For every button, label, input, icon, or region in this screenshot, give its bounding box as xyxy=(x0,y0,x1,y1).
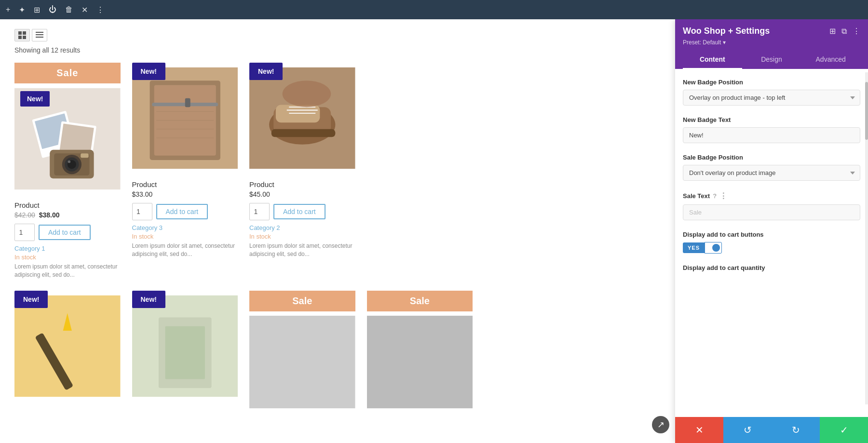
svg-rect-1 xyxy=(23,31,26,35)
toolbar-close-icon[interactable]: ✕ xyxy=(81,5,88,14)
sale-banner-7: Sale xyxy=(367,291,473,311)
qty-input-1[interactable] xyxy=(14,224,35,241)
svg-rect-42 xyxy=(165,326,204,379)
panel-tabs: Content Design Advanced xyxy=(683,51,860,69)
display-add-to-cart-label: Display add to cart buttons xyxy=(683,231,860,238)
svg-rect-5 xyxy=(36,34,43,35)
scrollbar-thumb[interactable] xyxy=(865,82,868,140)
grid-view-button[interactable] xyxy=(14,29,30,41)
product-card-1: Sale New! xyxy=(14,63,121,279)
new-badge-text-group: New Badge Text xyxy=(683,116,860,143)
new-badge-4: New! xyxy=(14,291,48,308)
product-image-wrap-4: New! xyxy=(14,291,121,403)
display-add-to-cart-toggle[interactable]: YES xyxy=(683,242,860,254)
list-view-button[interactable] xyxy=(32,29,47,41)
price-wrap-2: $33.00 xyxy=(132,190,238,198)
floating-icon: ↗ xyxy=(657,419,665,430)
sale-text-label: Sale Text ? ⋮ xyxy=(683,191,860,201)
product-title-1: Product xyxy=(14,201,121,209)
tab-content[interactable]: Content xyxy=(683,51,742,69)
price-wrap-1: $42.00 $38.00 xyxy=(14,211,121,219)
product-card-3: New! Product xyxy=(249,63,355,279)
toolbar-more-icon[interactable]: ⋮ xyxy=(96,5,104,14)
add-to-cart-button-3[interactable]: Add to cart xyxy=(273,204,326,219)
sale-badge-position-select[interactable]: Don't overlay on product image Overlay o… xyxy=(683,165,860,181)
tab-advanced[interactable]: Advanced xyxy=(801,51,860,69)
toolbar-power-icon[interactable]: ⏻ xyxy=(49,5,56,14)
product-desc-2: Lorem ipsum dolor sit amet, consectetur … xyxy=(132,242,238,258)
toolbar-delete-icon[interactable]: 🗑 xyxy=(65,5,73,14)
panel-preset[interactable]: Preset: Default xyxy=(683,39,860,46)
toolbar-add-icon[interactable]: + xyxy=(6,5,10,14)
panel-icon-split[interactable]: ⧉ xyxy=(841,27,847,36)
price-new-1: $38.00 xyxy=(39,211,60,219)
new-badge-3: New! xyxy=(249,63,283,80)
svg-rect-2 xyxy=(18,36,22,39)
panel-actions: ✕ ↺ ↻ ✓ xyxy=(675,417,868,443)
new-badge-position-label: New Badge Position xyxy=(683,79,860,86)
svg-rect-0 xyxy=(18,31,22,35)
svg-rect-23 xyxy=(185,98,190,107)
stock-status-1: In stock xyxy=(14,254,121,261)
toolbar-layout-icon[interactable]: ⊞ xyxy=(34,5,40,14)
add-to-cart-button-2[interactable]: Add to cart xyxy=(156,204,208,219)
product-title-2: Product xyxy=(132,180,238,188)
tab-design[interactable]: Design xyxy=(742,51,801,69)
svg-rect-43 xyxy=(249,316,355,408)
stock-status-3: In stock xyxy=(249,233,355,240)
toggle-thumb[interactable] xyxy=(705,242,722,254)
sale-text-more-icon[interactable]: ⋮ xyxy=(719,191,727,201)
product-card-5: New! xyxy=(132,291,238,415)
panel-icon-screenshot[interactable]: ⊞ xyxy=(829,27,836,36)
category-link-1[interactable]: Category 1 xyxy=(14,245,121,252)
qty-input-2[interactable] xyxy=(132,203,152,220)
product-card-6: Sale xyxy=(249,291,355,415)
scrollbar-track[interactable] xyxy=(865,72,868,404)
product-card-7: Sale xyxy=(367,291,473,415)
panel-header: Woo Shop + Settings ⊞ ⧉ ⋮ Preset: Defaul… xyxy=(675,19,868,69)
product-image-6 xyxy=(249,311,355,413)
sale-text-group: Sale Text ? ⋮ xyxy=(683,191,860,220)
product-image-wrap-2: New! xyxy=(132,63,238,175)
svg-rect-35 xyxy=(271,129,336,137)
sale-banner-1: Sale xyxy=(14,63,121,83)
add-to-cart-row-1: Add to cart xyxy=(14,224,121,241)
svg-point-36 xyxy=(283,81,331,107)
cancel-button[interactable]: ✕ xyxy=(675,417,723,443)
panel-body: New Badge Position Overlay on product im… xyxy=(675,69,868,443)
new-badge-text-input[interactable] xyxy=(683,127,860,143)
redo-button[interactable]: ↻ xyxy=(772,417,820,443)
product-grid: Sale New! xyxy=(14,63,473,279)
settings-panel: Woo Shop + Settings ⊞ ⧉ ⋮ Preset: Defaul… xyxy=(675,19,868,443)
add-to-cart-row-3: Add to cart xyxy=(249,203,355,220)
product-desc-1: Lorem ipsum dolor sit amet, consectetur … xyxy=(14,263,121,279)
undo-button[interactable]: ↺ xyxy=(723,417,772,443)
svg-point-17 xyxy=(68,161,70,163)
bottom-product-row: New! New! Sale xyxy=(14,291,473,415)
new-badge-1: New! xyxy=(20,91,50,107)
save-button[interactable]: ✓ xyxy=(820,417,868,443)
new-badge-text-label: New Badge Text xyxy=(683,116,860,123)
qty-input-3[interactable] xyxy=(249,203,270,220)
panel-icon-more[interactable]: ⋮ xyxy=(853,27,860,36)
display-add-to-cart-group: Display add to cart buttons YES xyxy=(683,231,860,254)
price-regular-2: $33.00 xyxy=(132,190,153,198)
category-link-3[interactable]: Category 2 xyxy=(249,224,355,231)
top-toolbar: + ✦ ⊞ ⏻ 🗑 ✕ ⋮ xyxy=(0,0,868,19)
add-to-cart-button-1[interactable]: Add to cart xyxy=(39,225,91,240)
product-image-wrap-5: New! xyxy=(132,291,238,403)
product-desc-3: Lorem ipsum dolor sit amet, consectetur … xyxy=(249,242,355,258)
floating-button[interactable]: ↗ xyxy=(652,416,669,433)
category-link-2[interactable]: Category 3 xyxy=(132,224,238,231)
new-badge-position-select[interactable]: Overlay on product image - top left Don'… xyxy=(683,90,860,106)
toolbar-settings-icon[interactable]: ✦ xyxy=(19,5,25,14)
sale-banner-6: Sale xyxy=(249,291,355,311)
price-wrap-3: $45.00 xyxy=(249,190,355,198)
new-badge-position-group: New Badge Position Overlay on product im… xyxy=(683,79,860,106)
sale-text-input[interactable] xyxy=(683,204,860,220)
toggle-yes-label: YES xyxy=(683,242,705,253)
svg-rect-18 xyxy=(81,153,88,158)
sale-text-help-icon[interactable]: ? xyxy=(713,192,717,200)
add-to-cart-row-2: Add to cart xyxy=(132,203,238,220)
svg-rect-4 xyxy=(36,32,43,33)
